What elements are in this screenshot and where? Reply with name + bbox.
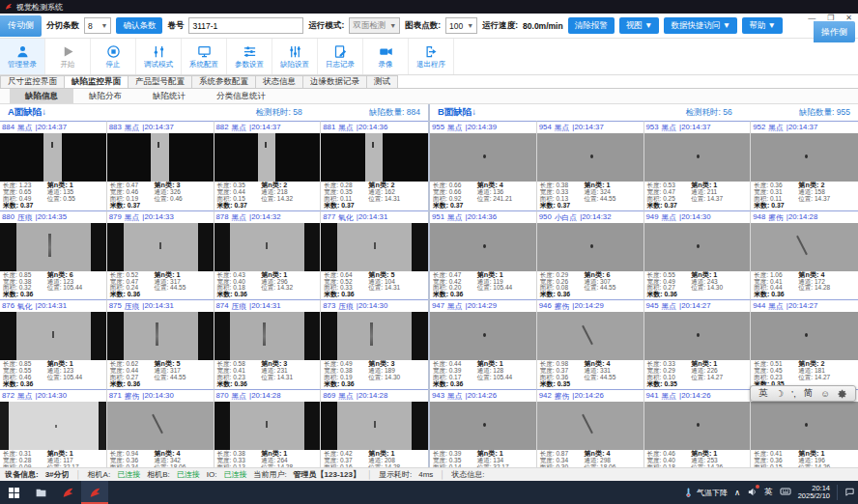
defect-image[interactable] (430, 223, 536, 271)
main-tab-0[interactable]: 尺寸监控界面 (0, 75, 65, 88)
defect-image[interactable] (0, 402, 106, 450)
sub-tab-0[interactable]: 缺陷信息 (10, 89, 73, 103)
input-language-indicator[interactable]: 英 (764, 487, 773, 498)
defect-cell[interactable]: 874 压痕 |20:14:31 长度: 0.58 宽度: 0.41 面积: 0… (214, 299, 322, 389)
defect-image[interactable] (537, 223, 644, 271)
defect-image[interactable] (321, 402, 428, 450)
defect-cell[interactable]: 942 擦伤 |20:14:26 长度: 0.87 宽度: 0.34 面积: 0… (537, 389, 644, 467)
operator-side-button[interactable]: 操作侧 (814, 21, 855, 42)
defect-cell[interactable]: 941 黑点 |20:14:26 长度: 0.46 宽度: 0.40 面积: 0… (644, 389, 752, 467)
defect-cell[interactable]: 871 擦伤 |20:14:30 长度: 0.94 宽度: 0.36 面积: 0… (107, 389, 214, 467)
defect-cell[interactable]: 947 黑点 |20:14:29 长度: 0.44 宽度: 0.39 面积: 0… (430, 299, 537, 389)
sub-tab-2[interactable]: 缺陷统计 (137, 89, 201, 103)
defect-image[interactable] (321, 312, 428, 360)
defect-image[interactable] (751, 133, 858, 182)
defect-cell[interactable]: 952 黑点 |20:14:37 长度: 0.36 宽度: 0.31 面积: 0… (751, 121, 858, 210)
defect-image[interactable] (214, 402, 321, 450)
defect-cell[interactable]: 949 黑点 |20:14:30 长度: 0.55 宽度: 0.49 面积: 0… (644, 210, 752, 300)
defect-image[interactable] (107, 402, 214, 450)
main-tab-2[interactable]: 产品型号配置 (129, 75, 192, 88)
defect-cell[interactable]: 945 黑点 |20:14:27 长度: 0.33 宽度: 0.29 面积: 0… (644, 299, 752, 389)
action-button-defect[interactable]: 缺陷设置 (272, 39, 318, 74)
tray-expand-chevron-icon[interactable]: ∧ (734, 488, 740, 497)
touch-keyboard-icon[interactable] (780, 486, 791, 499)
defect-image[interactable] (214, 223, 321, 271)
defect-cell[interactable]: 875 压痕 |20:14:31 长度: 0.62 宽度: 0.44 面积: 0… (107, 299, 214, 389)
ime-punctuation-toggle[interactable]: ’, (791, 388, 796, 399)
taskbar-app-inspection-active[interactable] (81, 481, 108, 504)
defect-image[interactable] (537, 133, 644, 182)
sub-tab-3[interactable]: 分类信息统计 (201, 89, 281, 103)
defect-image[interactable] (0, 223, 106, 271)
roll-number-input[interactable] (188, 17, 303, 34)
defect-image[interactable] (107, 223, 214, 271)
defect-cell[interactable]: 880 压痕 |20:14:35 长度: 0.85 宽度: 0.38 面积: 0… (0, 210, 107, 300)
help-menu-button[interactable]: 帮助 ▼ (742, 17, 783, 34)
defect-cell[interactable]: 869 黑点 |20:14:28 长度: 0.42 宽度: 0.37 面积: 0… (321, 389, 428, 467)
ime-language-toggle[interactable]: 英 (758, 387, 768, 400)
defect-image[interactable] (644, 312, 751, 360)
defect-cell[interactable]: 948 擦伤 |20:14:28 长度: 1.06 宽度: 0.41 面积: 0… (751, 210, 858, 300)
defect-cell[interactable]: 878 黑点 |20:14:32 长度: 0.43 宽度: 0.40 面积: 0… (214, 210, 322, 300)
main-tab-5[interactable]: 边缘数据记录 (303, 75, 367, 88)
volume-icon[interactable] (747, 487, 758, 499)
action-button-exit[interactable]: 退出程序 (409, 39, 454, 74)
defect-cell[interactable]: 883 黑点 |20:14:37 长度: 0.47 宽度: 0.46 面积: 0… (107, 121, 214, 210)
defect-image[interactable] (214, 133, 321, 182)
defect-cell[interactable]: 950 小白点 |20:14:32 长度: 0.29 宽度: 0.26 面积: … (537, 210, 644, 300)
main-tab-1[interactable]: 缺陷监控界面 (65, 75, 129, 88)
defect-image[interactable] (644, 133, 751, 182)
defect-cell[interactable]: 951 黑点 |20:14:36 长度: 0.47 宽度: 0.42 面积: 0… (430, 210, 537, 300)
defect-cell[interactable]: 954 黑点 |20:14:37 长度: 0.38 宽度: 0.33 面积: 0… (537, 121, 644, 210)
action-button-user[interactable]: 管理登录 (0, 39, 45, 74)
defect-image[interactable] (751, 223, 858, 271)
main-tab-3[interactable]: 系统参数配置 (192, 75, 256, 88)
defect-image[interactable] (430, 133, 536, 182)
defect-cell[interactable]: 873 压痕 |20:14:30 长度: 0.49 宽度: 0.38 面积: 0… (321, 299, 428, 389)
taskbar-clock[interactable]: 20:14 2025/2/10 (798, 485, 830, 501)
defect-cell[interactable]: 884 黑点 |20:14:37 长度: 1.23 宽度: 0.65 面积: 0… (0, 121, 107, 210)
defect-image[interactable] (644, 223, 751, 271)
chart-points-select[interactable]: 100▼ (445, 17, 477, 34)
action-button-params[interactable]: 参数设置 (227, 39, 272, 74)
notification-center-icon[interactable] (844, 487, 855, 499)
action-button-log[interactable]: 日志记录 (318, 39, 363, 74)
defect-image[interactable] (537, 312, 644, 360)
defect-image[interactable] (107, 312, 214, 360)
start-button[interactable] (0, 481, 27, 504)
defect-image[interactable] (107, 133, 214, 182)
split-count-select[interactable]: 8▼ (84, 17, 111, 34)
defect-cell[interactable]: 882 黑点 |20:14:37 长度: 0.35 宽度: 0.44 面积: 0… (214, 121, 322, 210)
defect-cell[interactable]: 953 黑点 |20:14:37 长度: 0.53 宽度: 0.47 面积: 0… (644, 121, 752, 210)
confirm-count-button[interactable]: 确认条数 (116, 17, 162, 34)
defect-image[interactable] (430, 312, 536, 360)
action-button-stop[interactable]: 停止 (91, 39, 136, 74)
defect-image[interactable] (430, 402, 536, 450)
main-tab-6[interactable]: 测试 (367, 75, 398, 88)
defect-image[interactable] (537, 402, 644, 450)
defect-cell[interactable]: 879 黑点 |20:14:33 长度: 0.52 宽度: 0.47 面积: 0… (107, 210, 214, 300)
clear-alarm-button[interactable]: 清除报警 (568, 17, 615, 34)
defect-image[interactable] (644, 402, 751, 450)
defect-cell[interactable]: 946 擦伤 |20:14:29 长度: 0.98 宽度: 0.37 面积: 0… (537, 299, 644, 389)
main-tab-4[interactable]: 状态信息 (256, 75, 303, 88)
ime-simplified-toggle[interactable]: 简 (804, 387, 814, 400)
defect-cell[interactable]: 943 黑点 |20:14:26 长度: 0.39 宽度: 0.35 面积: 0… (430, 389, 537, 467)
drive-side-button[interactable]: 传动侧 (0, 15, 42, 37)
defect-cell[interactable]: 881 黑点 |20:14:36 长度: 0.28 宽度: 0.35 面积: 0… (321, 121, 428, 210)
run-mode-select[interactable]: 双面检测▼ (349, 17, 400, 34)
view-menu-button[interactable]: 视图 ▼ (619, 17, 660, 34)
ime-fullwidth-moon-icon[interactable]: ☽ (776, 388, 785, 399)
defect-cell[interactable]: 944 黑点 |20:14:27 长度: 0.51 宽度: 0.45 面积: 0… (751, 299, 858, 389)
defect-image[interactable] (214, 312, 321, 360)
defect-image[interactable] (751, 312, 858, 360)
defect-cell[interactable]: 870 黑点 |20:14:28 长度: 0.38 宽度: 0.33 面积: 0… (214, 389, 322, 467)
action-button-debug[interactable]: 调试模式 (136, 39, 182, 74)
taskbar-app-inspection[interactable] (54, 481, 81, 504)
defect-image[interactable] (0, 312, 106, 360)
defect-cell[interactable]: 955 黑点 |20:14:39 长度: 0.66 宽度: 0.66 面积: 0… (430, 121, 537, 210)
defect-cell[interactable]: 877 氧化 |20:14:31 长度: 0.64 宽度: 0.52 面积: 0… (321, 210, 428, 300)
weather-widget[interactable]: 气温下降 (683, 488, 728, 498)
defect-image[interactable] (0, 133, 106, 182)
defect-image[interactable] (751, 402, 858, 450)
